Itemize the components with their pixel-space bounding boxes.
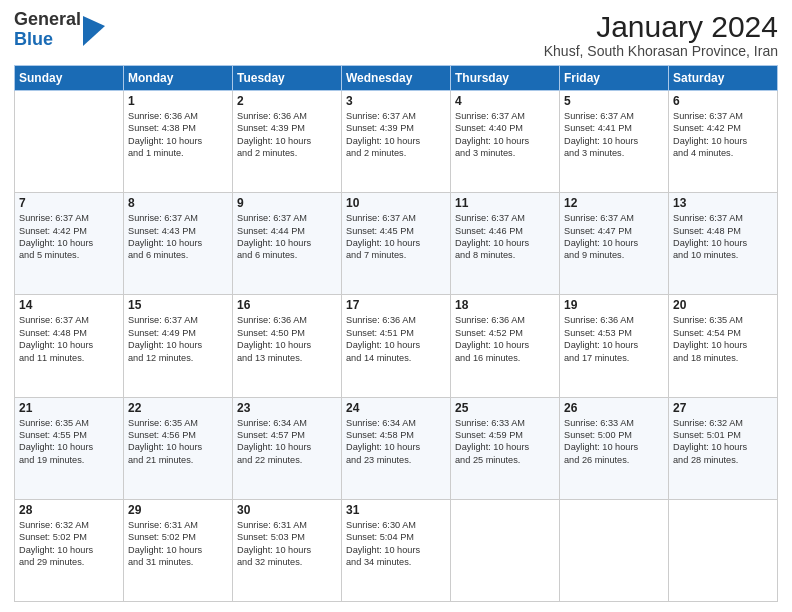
cell-info: Sunrise: 6:37 AM Sunset: 4:46 PM Dayligh…	[455, 212, 555, 262]
cell-info: Sunrise: 6:37 AM Sunset: 4:40 PM Dayligh…	[455, 110, 555, 160]
calendar-cell: 8Sunrise: 6:37 AM Sunset: 4:43 PM Daylig…	[124, 193, 233, 295]
header-day-sunday: Sunday	[15, 66, 124, 91]
calendar-cell: 17Sunrise: 6:36 AM Sunset: 4:51 PM Dayli…	[342, 295, 451, 397]
calendar-cell	[669, 499, 778, 601]
calendar-cell: 28Sunrise: 6:32 AM Sunset: 5:02 PM Dayli…	[15, 499, 124, 601]
cell-info: Sunrise: 6:30 AM Sunset: 5:04 PM Dayligh…	[346, 519, 446, 569]
day-number: 22	[128, 401, 228, 415]
day-number: 14	[19, 298, 119, 312]
cell-info: Sunrise: 6:36 AM Sunset: 4:51 PM Dayligh…	[346, 314, 446, 364]
header-day-saturday: Saturday	[669, 66, 778, 91]
cell-info: Sunrise: 6:36 AM Sunset: 4:39 PM Dayligh…	[237, 110, 337, 160]
header-day-friday: Friday	[560, 66, 669, 91]
calendar-table: SundayMondayTuesdayWednesdayThursdayFrid…	[14, 65, 778, 602]
cell-info: Sunrise: 6:31 AM Sunset: 5:03 PM Dayligh…	[237, 519, 337, 569]
cell-info: Sunrise: 6:35 AM Sunset: 4:55 PM Dayligh…	[19, 417, 119, 467]
day-number: 28	[19, 503, 119, 517]
day-number: 1	[128, 94, 228, 108]
cell-info: Sunrise: 6:36 AM Sunset: 4:38 PM Dayligh…	[128, 110, 228, 160]
logo-blue-text: Blue	[14, 30, 81, 50]
cell-info: Sunrise: 6:32 AM Sunset: 5:01 PM Dayligh…	[673, 417, 773, 467]
header-row: SundayMondayTuesdayWednesdayThursdayFrid…	[15, 66, 778, 91]
calendar-cell: 25Sunrise: 6:33 AM Sunset: 4:59 PM Dayli…	[451, 397, 560, 499]
calendar-cell: 27Sunrise: 6:32 AM Sunset: 5:01 PM Dayli…	[669, 397, 778, 499]
calendar-cell: 10Sunrise: 6:37 AM Sunset: 4:45 PM Dayli…	[342, 193, 451, 295]
day-number: 25	[455, 401, 555, 415]
logo: General Blue	[14, 10, 103, 50]
week-row-4: 21Sunrise: 6:35 AM Sunset: 4:55 PM Dayli…	[15, 397, 778, 499]
day-number: 23	[237, 401, 337, 415]
calendar-cell: 19Sunrise: 6:36 AM Sunset: 4:53 PM Dayli…	[560, 295, 669, 397]
cell-info: Sunrise: 6:31 AM Sunset: 5:02 PM Dayligh…	[128, 519, 228, 569]
calendar-cell: 5Sunrise: 6:37 AM Sunset: 4:41 PM Daylig…	[560, 91, 669, 193]
calendar-cell: 26Sunrise: 6:33 AM Sunset: 5:00 PM Dayli…	[560, 397, 669, 499]
day-number: 31	[346, 503, 446, 517]
cell-info: Sunrise: 6:36 AM Sunset: 4:50 PM Dayligh…	[237, 314, 337, 364]
calendar-cell: 23Sunrise: 6:34 AM Sunset: 4:57 PM Dayli…	[233, 397, 342, 499]
day-number: 21	[19, 401, 119, 415]
day-number: 4	[455, 94, 555, 108]
calendar-cell: 6Sunrise: 6:37 AM Sunset: 4:42 PM Daylig…	[669, 91, 778, 193]
calendar-cell: 2Sunrise: 6:36 AM Sunset: 4:39 PM Daylig…	[233, 91, 342, 193]
cell-info: Sunrise: 6:35 AM Sunset: 4:54 PM Dayligh…	[673, 314, 773, 364]
cell-info: Sunrise: 6:37 AM Sunset: 4:49 PM Dayligh…	[128, 314, 228, 364]
day-number: 19	[564, 298, 664, 312]
cell-info: Sunrise: 6:37 AM Sunset: 4:48 PM Dayligh…	[673, 212, 773, 262]
day-number: 9	[237, 196, 337, 210]
calendar-cell	[451, 499, 560, 601]
day-number: 27	[673, 401, 773, 415]
cell-info: Sunrise: 6:37 AM Sunset: 4:42 PM Dayligh…	[673, 110, 773, 160]
svg-marker-0	[83, 16, 105, 46]
title-block: January 2024 Khusf, South Khorasan Provi…	[544, 10, 778, 59]
calendar-cell	[15, 91, 124, 193]
day-number: 24	[346, 401, 446, 415]
calendar-cell: 13Sunrise: 6:37 AM Sunset: 4:48 PM Dayli…	[669, 193, 778, 295]
calendar-cell: 31Sunrise: 6:30 AM Sunset: 5:04 PM Dayli…	[342, 499, 451, 601]
calendar-cell: 29Sunrise: 6:31 AM Sunset: 5:02 PM Dayli…	[124, 499, 233, 601]
week-row-1: 1Sunrise: 6:36 AM Sunset: 4:38 PM Daylig…	[15, 91, 778, 193]
day-number: 30	[237, 503, 337, 517]
day-number: 6	[673, 94, 773, 108]
cell-info: Sunrise: 6:35 AM Sunset: 4:56 PM Dayligh…	[128, 417, 228, 467]
cell-info: Sunrise: 6:37 AM Sunset: 4:44 PM Dayligh…	[237, 212, 337, 262]
day-number: 11	[455, 196, 555, 210]
page-subtitle: Khusf, South Khorasan Province, Iran	[544, 43, 778, 59]
calendar-cell: 22Sunrise: 6:35 AM Sunset: 4:56 PM Dayli…	[124, 397, 233, 499]
calendar-cell: 4Sunrise: 6:37 AM Sunset: 4:40 PM Daylig…	[451, 91, 560, 193]
cell-info: Sunrise: 6:32 AM Sunset: 5:02 PM Dayligh…	[19, 519, 119, 569]
week-row-2: 7Sunrise: 6:37 AM Sunset: 4:42 PM Daylig…	[15, 193, 778, 295]
calendar-cell: 24Sunrise: 6:34 AM Sunset: 4:58 PM Dayli…	[342, 397, 451, 499]
day-number: 5	[564, 94, 664, 108]
calendar-cell: 30Sunrise: 6:31 AM Sunset: 5:03 PM Dayli…	[233, 499, 342, 601]
day-number: 7	[19, 196, 119, 210]
calendar-cell: 1Sunrise: 6:36 AM Sunset: 4:38 PM Daylig…	[124, 91, 233, 193]
cell-info: Sunrise: 6:34 AM Sunset: 4:57 PM Dayligh…	[237, 417, 337, 467]
day-number: 16	[237, 298, 337, 312]
day-number: 29	[128, 503, 228, 517]
calendar-cell: 12Sunrise: 6:37 AM Sunset: 4:47 PM Dayli…	[560, 193, 669, 295]
calendar-cell: 3Sunrise: 6:37 AM Sunset: 4:39 PM Daylig…	[342, 91, 451, 193]
day-number: 12	[564, 196, 664, 210]
calendar-cell: 18Sunrise: 6:36 AM Sunset: 4:52 PM Dayli…	[451, 295, 560, 397]
cell-info: Sunrise: 6:37 AM Sunset: 4:43 PM Dayligh…	[128, 212, 228, 262]
calendar-cell: 21Sunrise: 6:35 AM Sunset: 4:55 PM Dayli…	[15, 397, 124, 499]
day-number: 20	[673, 298, 773, 312]
cell-info: Sunrise: 6:34 AM Sunset: 4:58 PM Dayligh…	[346, 417, 446, 467]
week-row-3: 14Sunrise: 6:37 AM Sunset: 4:48 PM Dayli…	[15, 295, 778, 397]
cell-info: Sunrise: 6:37 AM Sunset: 4:48 PM Dayligh…	[19, 314, 119, 364]
calendar-cell: 16Sunrise: 6:36 AM Sunset: 4:50 PM Dayli…	[233, 295, 342, 397]
header-day-monday: Monday	[124, 66, 233, 91]
day-number: 17	[346, 298, 446, 312]
page-title: January 2024	[544, 10, 778, 43]
page: General Blue January 2024 Khusf, South K…	[0, 0, 792, 612]
calendar-cell	[560, 499, 669, 601]
calendar-cell: 7Sunrise: 6:37 AM Sunset: 4:42 PM Daylig…	[15, 193, 124, 295]
cell-info: Sunrise: 6:33 AM Sunset: 5:00 PM Dayligh…	[564, 417, 664, 467]
day-number: 26	[564, 401, 664, 415]
logo-general-text: General	[14, 10, 81, 30]
calendar-cell: 11Sunrise: 6:37 AM Sunset: 4:46 PM Dayli…	[451, 193, 560, 295]
cell-info: Sunrise: 6:36 AM Sunset: 4:53 PM Dayligh…	[564, 314, 664, 364]
calendar-cell: 20Sunrise: 6:35 AM Sunset: 4:54 PM Dayli…	[669, 295, 778, 397]
cell-info: Sunrise: 6:37 AM Sunset: 4:47 PM Dayligh…	[564, 212, 664, 262]
cell-info: Sunrise: 6:37 AM Sunset: 4:42 PM Dayligh…	[19, 212, 119, 262]
